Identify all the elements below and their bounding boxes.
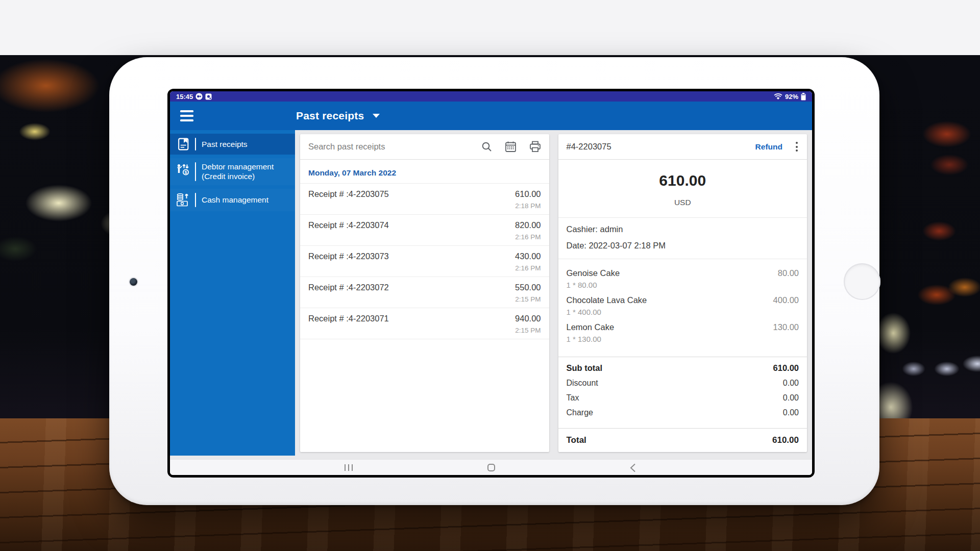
screenshot-app-icon (205, 93, 212, 100)
receipt-list-item[interactable]: Receipt # :4-2203073 430.002:16 PM (300, 246, 549, 277)
page-title: Past receipts (296, 110, 364, 122)
battery-percent: 92% (785, 93, 798, 101)
sidebar: Past receipts $ Debtor management (Credi… (170, 130, 295, 456)
receipt-amount: 610.00 (515, 189, 541, 199)
back-button[interactable] (623, 460, 643, 475)
status-bar: 15:45 92% (170, 91, 812, 102)
detail-receipt-id: #4-2203075 (567, 142, 611, 152)
receipt-time: 2:16 PM (515, 264, 541, 272)
screen-record-icon (195, 93, 203, 100)
search-icon[interactable] (481, 141, 492, 152)
debtor-icon: $ (174, 163, 192, 180)
receipt-list-item[interactable]: Receipt # :4-2203071 940.002:15 PM (300, 308, 549, 339)
receipt-book-icon (174, 137, 192, 151)
receipt-detail-panel: #4-2203075 Refund 610.00 USD Cashier: ad… (558, 134, 807, 452)
item-name: Genoise Cake (567, 268, 620, 278)
menu-hamburger-button[interactable] (180, 110, 193, 121)
item-name: Chocolate Lava Cake (567, 295, 647, 305)
calendar-icon[interactable] (505, 141, 517, 153)
sidebar-item-past-receipts[interactable]: Past receipts (170, 134, 295, 155)
tablet-device: 15:45 92% (109, 57, 879, 505)
sidebar-separator (195, 162, 196, 181)
battery-icon (801, 93, 806, 101)
receipt-list-item[interactable]: Receipt # :4-2203074 820.002:16 PM (300, 215, 549, 246)
detail-cashier: Cashier: admin (567, 224, 799, 234)
tablet-camera (130, 278, 137, 286)
app-bar: Past receipts (170, 102, 812, 130)
home-button[interactable] (481, 460, 501, 475)
receipt-number: Receipt # :4-2203074 (308, 220, 389, 230)
wifi-icon (774, 93, 782, 100)
detail-currency: USD (558, 198, 807, 207)
line-item: Lemon Cake130.00 1 * 130.00 (567, 322, 799, 343)
tablet-home-button[interactable] (844, 263, 880, 300)
tax-row: Tax0.00 (567, 393, 799, 403)
receipt-list-item[interactable]: Receipt # :4-2203072 550.002:15 PM (300, 277, 549, 308)
item-qty-price: 1 * 130.00 (567, 335, 799, 343)
sidebar-item-label: Past receipts (202, 139, 248, 149)
sidebar-item-cash-management[interactable]: Cash management (170, 189, 295, 211)
cash-icon (174, 192, 192, 208)
receipts-list-panel: Monday, 07 March 2022 Receipt # :4-22030… (300, 134, 549, 452)
svg-text:$: $ (184, 170, 187, 175)
more-options-icon[interactable] (794, 141, 800, 153)
receipt-list-item[interactable]: Receipt # :4-2203075 610.002:18 PM (300, 184, 549, 215)
receipt-time: 2:15 PM (515, 295, 541, 303)
android-nav-bar (170, 459, 812, 475)
item-total: 400.00 (773, 295, 799, 305)
discount-row: Discount0.00 (567, 379, 799, 388)
sidebar-separator (195, 193, 196, 207)
subtotal-row: Sub total610.00 (567, 363, 799, 373)
total-row: Total610.00 (558, 428, 807, 452)
item-name: Lemon Cake (567, 322, 615, 332)
print-icon[interactable] (529, 141, 541, 153)
search-input[interactable] (308, 142, 481, 152)
detail-date: Date: 2022-03-07 2:18 PM (567, 241, 799, 251)
receipts-date-header: Monday, 07 March 2022 (300, 160, 549, 184)
receipt-amount: 550.00 (515, 283, 541, 292)
receipt-amount: 430.00 (515, 252, 541, 261)
detail-total-amount: 610.00 (558, 172, 807, 189)
charge-row: Charge0.00 (567, 408, 799, 417)
chevron-down-icon (373, 114, 380, 118)
status-time: 15:45 (176, 93, 193, 101)
sidebar-separator (195, 138, 196, 151)
item-qty-price: 1 * 400.00 (567, 308, 799, 316)
sidebar-item-label: Cash management (202, 195, 268, 205)
item-total: 80.00 (778, 268, 799, 278)
receipt-time: 2:15 PM (515, 327, 541, 334)
page-title-dropdown[interactable]: Past receipts (296, 110, 380, 122)
search-bar (300, 134, 549, 160)
line-item: Chocolate Lava Cake400.00 1 * 400.00 (567, 295, 799, 316)
receipt-time: 2:16 PM (515, 233, 541, 241)
receipt-number: Receipt # :4-2203073 (308, 252, 389, 261)
receipt-amount: 940.00 (515, 314, 541, 323)
refund-button[interactable]: Refund (755, 142, 782, 152)
item-total: 130.00 (773, 322, 799, 332)
receipt-amount: 820.00 (515, 220, 541, 230)
receipt-time: 2:18 PM (515, 202, 541, 210)
receipt-number: Receipt # :4-2203075 (308, 189, 389, 199)
sidebar-item-label: Debtor management (Credit invoice) (202, 162, 291, 182)
tablet-screen: 15:45 92% (167, 89, 815, 478)
recent-apps-button[interactable] (338, 460, 359, 475)
item-qty-price: 1 * 80.00 (567, 281, 799, 289)
backdrop-top-band (0, 0, 980, 55)
sidebar-item-debtor-management[interactable]: $ Debtor management (Credit invoice) (170, 158, 295, 185)
receipt-number: Receipt # :4-2203071 (308, 314, 389, 323)
receipt-number: Receipt # :4-2203072 (308, 283, 389, 292)
line-item: Genoise Cake80.00 1 * 80.00 (567, 268, 799, 289)
